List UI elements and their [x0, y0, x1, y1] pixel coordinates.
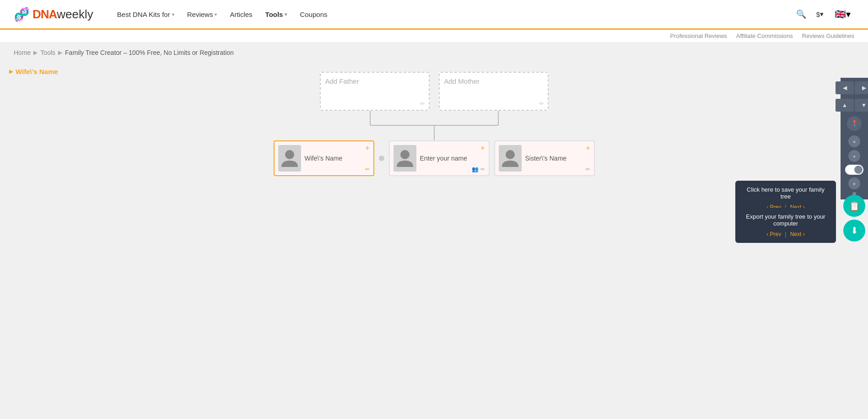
mother-placeholder-text: Add Mother: [444, 77, 480, 85]
add-button-sister[interactable]: +: [586, 144, 590, 152]
circle-control-1[interactable]: ●: [848, 135, 860, 147]
sister-name: Sister\'s Name: [525, 155, 590, 162]
breadcrumb-current-page[interactable]: Family Tree Creator – 100% Free, No Limi…: [65, 49, 234, 56]
sister-bottom-icons: ✏: [586, 166, 590, 172]
add-button-wife[interactable]: +: [365, 144, 369, 152]
logo-weekly-text: weekly: [57, 7, 93, 21]
wife-name: Wife\'s Name: [305, 155, 370, 162]
pan-down-button[interactable]: ▼: [855, 99, 868, 112]
toggle-switch[interactable]: [845, 165, 863, 175]
person-card-sister[interactable]: Sister\'s Name + ✏: [494, 140, 595, 176]
center-bottom-icons: 👥 ✏: [472, 166, 485, 172]
location-icon[interactable]: 📍: [847, 116, 862, 131]
download-family-tree-button[interactable]: ⬇: [843, 220, 865, 242]
avatar-wife: [278, 145, 301, 172]
person-card-center[interactable]: Enter your name + 👥 ✏: [389, 140, 490, 176]
marriage-connector: [379, 156, 384, 161]
avatar-svg: [281, 149, 298, 168]
nav-right: 🔍 $ ▾ 🇬🇧 ▾: [793, 6, 854, 22]
sub-nav: Professional Reviews Affiliate Commissio…: [0, 30, 868, 43]
add-button-center[interactable]: +: [480, 144, 485, 152]
svg-point-5: [400, 150, 410, 159]
sub-nav-reviews-guidelines[interactable]: Reviews Guidelines: [802, 32, 854, 39]
avatar-svg: [397, 149, 413, 168]
separator: |: [785, 231, 786, 237]
sub-nav-affiliate-commissions[interactable]: Affiliate Commissions: [736, 32, 793, 39]
edit-icon[interactable]: ✏: [539, 100, 544, 107]
group-icon[interactable]: 👥: [472, 166, 479, 172]
pan-up-button[interactable]: ▲: [836, 99, 854, 112]
main-nav: Best DNA Kits for ▾ Reviews ▾ Articles T…: [112, 7, 793, 22]
children-section: Wife\'s Name + ✏ Enter your name +: [256, 140, 613, 176]
nav-item-best-dna[interactable]: Best DNA Kits for ▾: [112, 7, 180, 22]
father-placeholder-text: Add Father: [325, 77, 359, 85]
parents-section: Add Father ✏ Add Mother ✏: [256, 72, 613, 111]
chevron-down-icon: ▾: [285, 12, 287, 17]
edit-icon[interactable]: ✏: [420, 100, 425, 107]
download-tooltip-text: Export your family tree to your computer: [743, 213, 829, 227]
chevron-down-icon: ▾: [820, 10, 824, 18]
logo-dna-text: DNA: [32, 7, 57, 21]
add-mother-card[interactable]: Add Mother ✏: [439, 72, 549, 111]
avatar-center: [394, 145, 416, 172]
nav-item-reviews[interactable]: Reviews ▾: [182, 7, 223, 22]
language-selector[interactable]: 🇬🇧 ▾: [831, 6, 854, 22]
nav-item-coupons[interactable]: Coupons: [294, 7, 333, 22]
currency-selector[interactable]: $ ▾: [813, 7, 827, 21]
header: 🧬 DNAweekly Best DNA Kits for ▾ Reviews …: [0, 0, 868, 30]
logo[interactable]: 🧬 DNAweekly: [14, 7, 93, 22]
right-panel: ◀ ▶ ▲ ▼ 📍 ● ● ●: [841, 78, 868, 199]
breadcrumb-tools[interactable]: Tools: [40, 49, 55, 56]
person-card-wife[interactable]: Wife\'s Name + ✏: [274, 140, 374, 176]
wife-bottom-icons: ✏: [365, 166, 370, 172]
logo-icon: 🧬: [14, 7, 30, 22]
add-father-card[interactable]: Add Father ✏: [320, 72, 430, 111]
svg-point-4: [285, 150, 294, 159]
chevron-down-icon: ▾: [846, 9, 851, 20]
nav-item-articles[interactable]: Articles: [224, 7, 258, 22]
breadcrumb-separator: ▶: [33, 49, 38, 56]
svg-point-6: [506, 150, 515, 159]
edit-pencil-icon[interactable]: ✏: [586, 166, 590, 172]
center-name: Enter your name: [420, 155, 485, 162]
sub-nav-professional-reviews[interactable]: Professional Reviews: [670, 32, 727, 39]
pan-right-button[interactable]: ▶: [855, 81, 868, 94]
family-tree-area: Add Father ✏ Add Mother ✏: [256, 72, 613, 176]
breadcrumb-home[interactable]: Home: [14, 49, 31, 56]
chevron-down-icon: ▾: [172, 12, 174, 17]
edit-pencil-icon[interactable]: ✏: [480, 166, 485, 172]
breadcrumb-separator: ▶: [58, 49, 62, 56]
circle-control-3[interactable]: ●: [848, 177, 860, 189]
download-prev-button[interactable]: ‹ Prev: [766, 231, 781, 237]
avatar-svg: [502, 149, 518, 168]
search-icon[interactable]: 🔍: [793, 6, 809, 22]
download-next-button[interactable]: Next ›: [790, 231, 805, 237]
save-tooltip-text: Click here to save your family tree: [743, 186, 829, 200]
tree-connector-svg: [315, 111, 553, 140]
chevron-down-icon: ▾: [215, 12, 217, 17]
edit-pencil-icon[interactable]: ✏: [365, 166, 370, 172]
nav-item-tools[interactable]: Tools ▾: [260, 7, 293, 22]
download-tooltip-nav: ‹ Prev | Next ›: [743, 231, 829, 237]
breadcrumb: Home ▶ Tools ▶ Family Tree Creator – 100…: [0, 43, 868, 63]
download-tooltip: Export your family tree to your computer…: [735, 208, 836, 243]
avatar-sister: [499, 145, 522, 172]
pan-left-button[interactable]: ◀: [836, 81, 854, 94]
save-family-tree-button[interactable]: 📋: [843, 195, 865, 217]
circle-control-2[interactable]: ●: [848, 150, 860, 162]
